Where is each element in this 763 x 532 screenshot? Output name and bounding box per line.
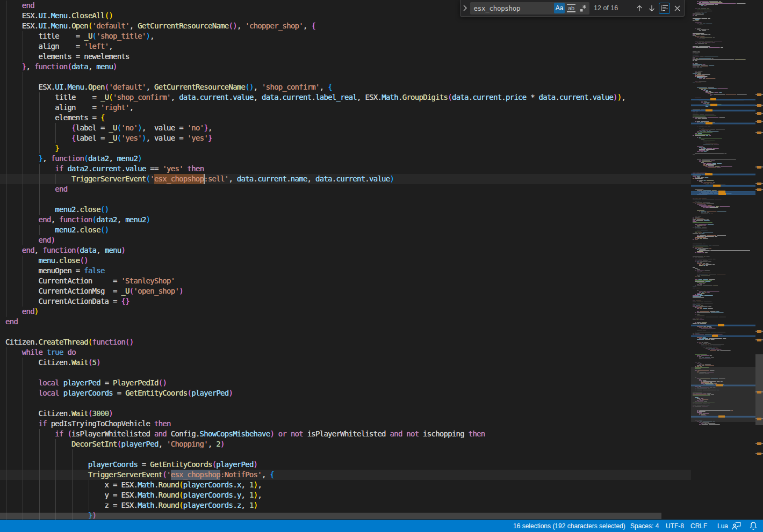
code-line: } xyxy=(5,143,59,154)
code-line: Citizen.CreateThread(function() xyxy=(5,337,134,347)
code-line: title = _U('shop_title'), xyxy=(5,31,154,41)
ruler-find-match-mark xyxy=(757,93,761,96)
indent-guide xyxy=(6,449,6,460)
code-line: menuOpen = false xyxy=(5,266,105,276)
text-cursor xyxy=(204,174,205,184)
code-line: playerCoords = GetEntityCoords(playerPed… xyxy=(5,460,257,470)
ruler-find-match-mark xyxy=(757,442,761,445)
indent-guide xyxy=(55,449,56,460)
toggle-replace-chevron-icon[interactable] xyxy=(460,0,470,16)
code-line: {label = _U('no'), value = 'no'}, xyxy=(5,123,212,133)
code-line: if data2.current.value == 'yes' then xyxy=(5,164,204,174)
ruler-find-match-mark xyxy=(757,339,761,341)
code-line: menu2.close() xyxy=(5,225,109,235)
code-line: menu.close() xyxy=(5,256,88,266)
code-line: CurrentActionMsg = _U('open_shop') xyxy=(5,286,183,296)
bell-icon[interactable] xyxy=(750,520,757,532)
status-encoding[interactable]: UTF-8 xyxy=(666,520,684,532)
code-line: Citizen.Wait(5) xyxy=(5,358,100,368)
ruler-find-match-mark xyxy=(757,391,761,393)
indent-guide xyxy=(6,194,6,205)
ruler-find-match-mark xyxy=(757,120,761,123)
code-line: DecorSetInt(playerPed, 'Chopping', 2) xyxy=(5,439,225,449)
previous-match-button[interactable] xyxy=(634,3,645,14)
ruler-find-match-mark xyxy=(757,112,761,115)
code-line: end) xyxy=(5,307,39,317)
indent-guide xyxy=(39,449,40,460)
horizontal-scrollbar[interactable] xyxy=(0,513,661,519)
code-line: TriggerServerEvent('esx_chopshop:NotifPo… xyxy=(5,470,274,480)
code-line: z = ESX.Math.Round(playerCoords.z, 1) xyxy=(5,500,257,511)
status-selection-info[interactable]: 16 selections (192 characters selected) xyxy=(513,520,625,532)
code-line: end xyxy=(5,1,34,11)
code-line: end xyxy=(5,184,67,194)
minimap-content xyxy=(691,0,755,520)
find-input[interactable]: esx_chopshop Aa ab xyxy=(470,2,589,14)
indent-guide xyxy=(72,449,73,460)
status-eol[interactable]: CRLF xyxy=(690,520,707,532)
ruler-find-match-mark xyxy=(757,330,761,333)
code-line: y = ESX.Math.Round(playerCoords.y, 1), xyxy=(5,490,262,500)
vscode-editor-window: end ESX.UI.Menu.CloseAll() ESX.UI.Menu.O… xyxy=(0,0,763,532)
status-bar: 16 selections (192 characters selected) … xyxy=(0,520,763,532)
overview-ruler[interactable] xyxy=(755,0,763,520)
find-results-count: 12 of 16 xyxy=(594,4,634,12)
code-line: CurrentActionData = {} xyxy=(5,296,129,307)
indent-guide xyxy=(23,72,23,82)
close-find-widget-button[interactable] xyxy=(672,3,683,14)
code-line: end) xyxy=(5,235,55,245)
code-line: TriggerServerEvent('esx_chopshop:sell', … xyxy=(5,174,394,184)
code-line: align = 'right', xyxy=(5,103,134,113)
code-content: end ESX.UI.Menu.CloseAll() ESX.UI.Menu.O… xyxy=(0,0,691,520)
next-match-button[interactable] xyxy=(646,3,657,14)
code-line: local playerPed = PlayerPedId() xyxy=(5,378,167,388)
ruler-find-match-mark xyxy=(757,166,761,169)
status-language-mode[interactable]: Lua xyxy=(717,520,728,532)
indent-guide xyxy=(6,368,6,378)
indent-guide xyxy=(23,449,23,460)
regex-button[interactable] xyxy=(578,3,588,13)
code-line: x = ESX.Math.Round(playerCoords.x, 1), xyxy=(5,480,262,490)
vertical-scrollbar-slider[interactable] xyxy=(755,354,763,425)
find-in-selection-button[interactable] xyxy=(659,3,670,14)
code-line: if pedIsTryingToChopVehicle then xyxy=(5,419,171,429)
indent-guide xyxy=(6,398,6,409)
code-line: }, function(data, menu) xyxy=(5,62,117,72)
code-line: elements = { xyxy=(5,113,105,123)
ruler-find-match-mark xyxy=(757,188,761,191)
code-line: while true do xyxy=(5,347,76,358)
ruler-find-match-mark xyxy=(757,104,761,107)
match-case-button[interactable]: Aa xyxy=(554,3,565,13)
minimap[interactable] xyxy=(691,0,755,520)
indent-guide xyxy=(23,398,23,409)
feedback-icon[interactable] xyxy=(732,520,741,532)
ruler-find-match-mark xyxy=(757,132,761,134)
code-line: if (isPlayerWhitelisted and Config.ShowC… xyxy=(5,429,485,439)
code-line: CurrentAction = 'StanleyShop' xyxy=(5,276,175,286)
code-line: menu2.close() xyxy=(5,205,109,215)
code-line: Citizen.Wait(3000) xyxy=(5,409,113,419)
code-line: ESX.UI.Menu.Open('default', GetCurrentRe… xyxy=(5,82,332,92)
minimap-slider[interactable] xyxy=(691,367,755,422)
indent-guide xyxy=(39,194,40,205)
ruler-find-match-mark xyxy=(757,183,761,185)
code-line: end, function(data2, menu2) xyxy=(5,215,150,225)
code-line: ESX.UI.Menu.Open('default', GetCurrentRe… xyxy=(5,21,315,31)
ruler-find-match-mark xyxy=(757,453,761,455)
code-line: end xyxy=(5,317,18,327)
whole-word-button[interactable]: ab xyxy=(566,3,577,13)
code-line: }, function(data2, menu2) xyxy=(5,154,142,164)
ruler-find-match-mark xyxy=(757,418,761,420)
code-line: title = _U('shop_confirm', data.current.… xyxy=(5,92,625,103)
code-line: {label = _U('yes'), value = 'yes'} xyxy=(5,133,212,143)
status-indentation[interactable]: Spaces: 4 xyxy=(630,520,659,532)
code-line: align = 'left', xyxy=(5,41,113,52)
code-line: ESX.UI.Menu.CloseAll() xyxy=(5,11,113,21)
find-widget: esx_chopshop Aa ab 12 of 16 xyxy=(460,0,685,17)
code-editor[interactable]: end ESX.UI.Menu.CloseAll() ESX.UI.Menu.O… xyxy=(0,0,691,520)
indent-guide xyxy=(6,72,6,82)
code-line: end, function(data, menu) xyxy=(5,245,125,256)
code-line: elements = newelements xyxy=(5,52,129,62)
find-query-text: esx_chopshop xyxy=(470,4,554,12)
code-line: local playerCoords = GetEntityCoords(pla… xyxy=(5,388,233,398)
